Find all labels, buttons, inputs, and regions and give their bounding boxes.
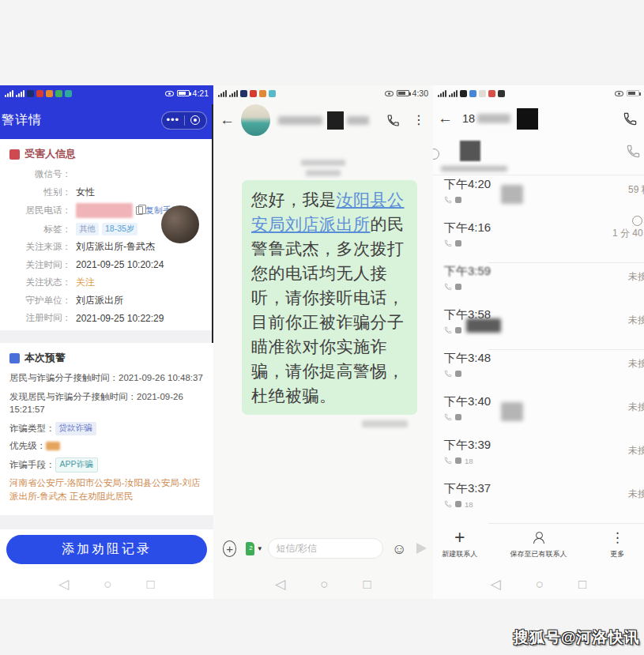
section-divider [0, 330, 213, 343]
person-icon [533, 528, 544, 547]
tag-badge: 18-35岁 [102, 223, 137, 235]
redaction-patch [466, 318, 501, 333]
row-label: 性别： [9, 186, 71, 198]
action-label: 新建联系人 [442, 549, 477, 559]
row-value: 女性 [76, 186, 95, 199]
attach-plus-icon[interactable]: + [223, 540, 236, 557]
call-log-entry[interactable]: 下午3:59未接 [444, 264, 644, 307]
conversation-meta-redacted [213, 165, 433, 179]
call-icon[interactable] [386, 113, 400, 128]
call-log-entry[interactable]: 下午4:2059 秒 [444, 177, 644, 220]
add-dissuasion-record-button[interactable]: 添加劝阻记录 [6, 535, 207, 564]
row-label: 居民电话： [9, 205, 71, 216]
nav-back-icon[interactable]: ◁ [275, 578, 285, 591]
sim-card-icon[interactable] [246, 542, 254, 555]
contact-summary-row[interactable] [433, 136, 644, 175]
contact-avatar[interactable] [241, 104, 270, 136]
back-arrow-icon[interactable]: ← [438, 110, 453, 127]
conversation-header: ← ⋮ [213, 101, 433, 139]
more-menu-icon[interactable]: ••• [162, 116, 184, 124]
nav-home-icon[interactable]: ○ [320, 578, 328, 591]
call-sub-info: 18 [444, 499, 644, 509]
notification-app-icon [240, 90, 247, 97]
victim-info-rows: 微信号：性别：女性居民电话：复制手机号标签：其他18-35岁关注来源：刘店派出所… [9, 168, 207, 325]
call-log-entry[interactable]: 下午4:161 分 40 秒 [444, 220, 644, 264]
row-label: 守护单位： [9, 295, 71, 307]
action-plus-button[interactable]: +新建联系人 [433, 528, 487, 559]
signal-icon [5, 90, 13, 97]
sms-input[interactable] [268, 538, 383, 559]
priority-badge-redacted [46, 442, 60, 450]
alert-detail-panel: 4:21 警详情 ••• 受害人信息 微信号：性别：女性居民电话：复制手机号标签… [0, 85, 213, 599]
redaction-square [327, 111, 344, 130]
send-icon[interactable] [416, 543, 427, 554]
phone-outline-icon[interactable] [626, 144, 641, 159]
row-value: 关注 [76, 276, 95, 289]
signal-icon [438, 90, 446, 97]
row-label: 标签： [9, 224, 71, 235]
action-more-button[interactable]: ⋮更多 [591, 528, 644, 559]
nav-recents-icon[interactable]: □ [578, 578, 586, 591]
battery-icon [397, 90, 409, 96]
action-label: 更多 [610, 549, 624, 559]
nav-back-icon[interactable]: ◁ [491, 578, 501, 591]
call-result: 未接 [628, 357, 644, 371]
notification-app-icon [46, 90, 53, 97]
notification-app-icon [479, 90, 486, 97]
message-timestamp-redacted [362, 420, 408, 427]
right-android-navbar: ◁ ○ □ [433, 569, 644, 599]
dissuasion-notice: 河南省公安厅-洛阳市公安局-汝阳县公安局-刘店派出所-鲁武杰 正在劝阻此居民 [9, 476, 207, 503]
nav-recents-icon[interactable]: □ [363, 578, 371, 591]
row-value: 刘店派出所-鲁武杰 [76, 240, 155, 254]
received-message-bubble: 您好，我是汝阳县公安局刘店派出所的民警鲁武杰，多次拨打您的电话均无人接听，请你接… [242, 180, 417, 415]
call-sub-info [444, 195, 644, 205]
call-log-entry[interactable]: 下午3:40未接 [444, 394, 644, 438]
outgoing-call-icon [444, 457, 452, 465]
call-log-entry[interactable]: 下午3:48未接 [444, 351, 644, 394]
call-sub-info [444, 369, 644, 378]
alert-section-title: 本次预警 [24, 351, 66, 365]
outgoing-call-icon [444, 370, 452, 378]
contact-info-redacted [441, 166, 507, 171]
fraud-type-label: 诈骗类型： [9, 423, 55, 435]
victim-row: 性别：女性 [9, 186, 207, 199]
section-divider [0, 515, 213, 529]
signal-icon [218, 90, 227, 97]
middle-status-bar: 4:30 [213, 85, 433, 101]
nav-home-icon[interactable]: ○ [104, 578, 111, 591]
victim-avatar [161, 205, 199, 243]
sim-dropdown-icon[interactable]: ▼ [257, 545, 263, 552]
emoji-icon[interactable]: ☺ [392, 541, 407, 556]
contact-time-line: 居民与诈骗分子接触时间：2021-09-26 10:48:37 [9, 371, 205, 385]
battery-icon [177, 90, 190, 96]
fraud-type-badge: 贷款诈骗 [55, 422, 96, 435]
more-options-icon[interactable]: ⋮ [412, 114, 425, 126]
back-arrow-icon[interactable]: ← [220, 111, 235, 129]
call-log-actions: +新建联系人保存至已有联系人⋮更多 [433, 528, 644, 559]
battery-icon [627, 90, 639, 96]
hd-call-icon [455, 327, 461, 333]
partial-icon [433, 149, 439, 160]
call-result: 未接 [628, 314, 644, 327]
call-icon[interactable] [623, 111, 638, 126]
call-log-entry[interactable]: 下午3:58未接 [444, 307, 644, 351]
victim-section-title: 受害人信息 [24, 147, 76, 161]
call-time: 下午4:20 [444, 177, 644, 192]
nav-back-icon[interactable]: ◁ [58, 578, 69, 591]
fraud-method-label: 诈骗手段： [9, 459, 55, 471]
right-status-bar [433, 85, 644, 101]
nav-home-icon[interactable]: ○ [536, 578, 544, 591]
hd-call-icon [455, 371, 461, 377]
row-label: 注册时间： [9, 312, 71, 324]
left-android-navbar: ◁ ○ □ [0, 569, 213, 599]
action-label: 保存至已有联系人 [510, 549, 567, 559]
action-person-button[interactable]: 保存至已有联系人 [510, 528, 567, 559]
call-log-entry[interactable]: 下午3:3918未接 [444, 438, 644, 481]
outgoing-call-icon [444, 326, 452, 334]
call-log-entry[interactable]: 下午3:3718未接 [444, 481, 644, 525]
phone-number-partial: 18 [462, 112, 475, 125]
outgoing-call-icon [444, 413, 452, 421]
close-target-icon[interactable] [185, 115, 207, 125]
status-time: 4:21 [193, 88, 209, 98]
nav-recents-icon[interactable]: □ [147, 578, 155, 591]
